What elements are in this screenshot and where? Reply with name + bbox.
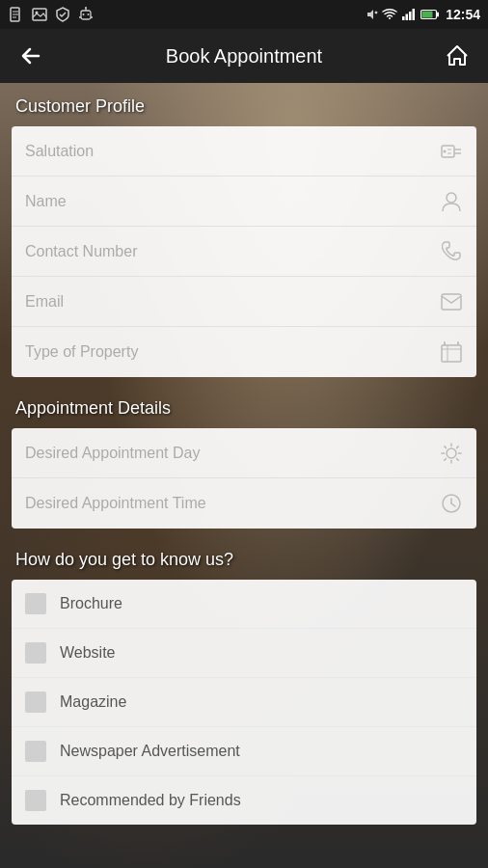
- name-field[interactable]: Name: [12, 176, 476, 227]
- main-content: Customer Profile Salutation Name: [0, 83, 488, 868]
- image-icon: [31, 6, 48, 23]
- status-icons-left: [8, 6, 95, 23]
- salutation-placeholder: Salutation: [25, 143, 440, 160]
- svg-rect-17: [409, 12, 412, 20]
- contact-number-field[interactable]: Contact Number: [12, 227, 476, 277]
- svg-line-46: [451, 503, 455, 506]
- clock-icon: [440, 492, 463, 515]
- page-title: Book Appointment: [50, 45, 438, 68]
- email-icon: [440, 290, 463, 313]
- nav-bar: Book Appointment: [0, 29, 488, 83]
- svg-rect-16: [406, 14, 409, 21]
- contact-placeholder: Contact Number: [25, 243, 440, 260]
- appointment-time-field[interactable]: Desired Appointment Time: [12, 478, 476, 529]
- doc-icon: [8, 6, 25, 23]
- name-placeholder: Name: [25, 193, 440, 210]
- friends-label: Recommended by Friends: [60, 792, 241, 809]
- email-field[interactable]: Email: [12, 277, 476, 327]
- status-right: 12:54: [365, 7, 480, 22]
- svg-rect-20: [422, 12, 433, 18]
- website-option[interactable]: Website: [12, 629, 476, 678]
- day-placeholder: Desired Appointment Day: [25, 445, 440, 462]
- svg-point-35: [447, 448, 456, 458]
- magazine-checkbox[interactable]: [25, 692, 46, 713]
- status-bar: 12:54: [0, 0, 488, 29]
- property-icon: [440, 340, 463, 364]
- customer-profile-label: Customer Profile: [12, 83, 476, 126]
- customer-profile-card: Salutation Name: [12, 126, 476, 377]
- back-button[interactable]: [12, 37, 50, 75]
- sun-icon: [440, 442, 463, 465]
- svg-point-8: [88, 14, 90, 15]
- svg-point-10: [85, 7, 87, 9]
- newspaper-checkbox[interactable]: [25, 741, 46, 762]
- svg-point-23: [444, 149, 447, 152]
- svg-line-41: [457, 458, 459, 460]
- svg-line-40: [445, 446, 447, 448]
- how-know-us-label: How do you get to know us?: [12, 536, 476, 580]
- time-placeholder: Desired Appointment Time: [25, 495, 440, 512]
- svg-rect-6: [81, 11, 91, 19]
- website-label: Website: [60, 644, 116, 662]
- svg-rect-15: [402, 16, 405, 20]
- appointment-details-label: Appointment Details: [12, 385, 476, 428]
- property-type-field[interactable]: Type of Property: [12, 327, 476, 377]
- friends-option[interactable]: Recommended by Friends: [12, 776, 476, 825]
- svg-line-43: [445, 458, 447, 460]
- property-placeholder: Type of Property: [25, 343, 440, 361]
- brochure-label: Brochure: [60, 595, 122, 612]
- svg-line-42: [457, 446, 459, 448]
- website-checkbox[interactable]: [25, 642, 46, 664]
- salutation-field[interactable]: Salutation: [12, 126, 476, 176]
- phone-icon: [440, 240, 463, 263]
- friends-checkbox[interactable]: [25, 790, 46, 811]
- svg-point-7: [83, 14, 85, 15]
- svg-rect-27: [442, 294, 461, 310]
- person-icon: [440, 190, 463, 213]
- robot-icon: [77, 6, 95, 23]
- appointment-day-field[interactable]: Desired Appointment Day: [12, 428, 476, 478]
- home-button[interactable]: [438, 37, 476, 75]
- tag-icon: [440, 140, 463, 163]
- newspaper-label: Newspaper Advertisement: [60, 743, 240, 760]
- email-placeholder: Email: [25, 293, 440, 311]
- svg-rect-18: [413, 9, 416, 20]
- svg-rect-21: [437, 13, 439, 17]
- svg-point-26: [447, 193, 456, 203]
- time-display: 12:54: [446, 7, 480, 22]
- shield-icon: [54, 6, 71, 23]
- appointment-details-card: Desired Appointment Day Desired Appointm…: [12, 428, 476, 529]
- newspaper-option[interactable]: Newspaper Advertisement: [12, 727, 476, 776]
- magazine-option[interactable]: Magazine: [12, 678, 476, 727]
- magazine-label: Magazine: [60, 693, 126, 711]
- brochure-checkbox[interactable]: [25, 593, 46, 614]
- know-us-card: Brochure Website Magazine Newspaper Adve…: [12, 580, 476, 825]
- brochure-option[interactable]: Brochure: [12, 580, 476, 629]
- svg-rect-28: [442, 345, 461, 362]
